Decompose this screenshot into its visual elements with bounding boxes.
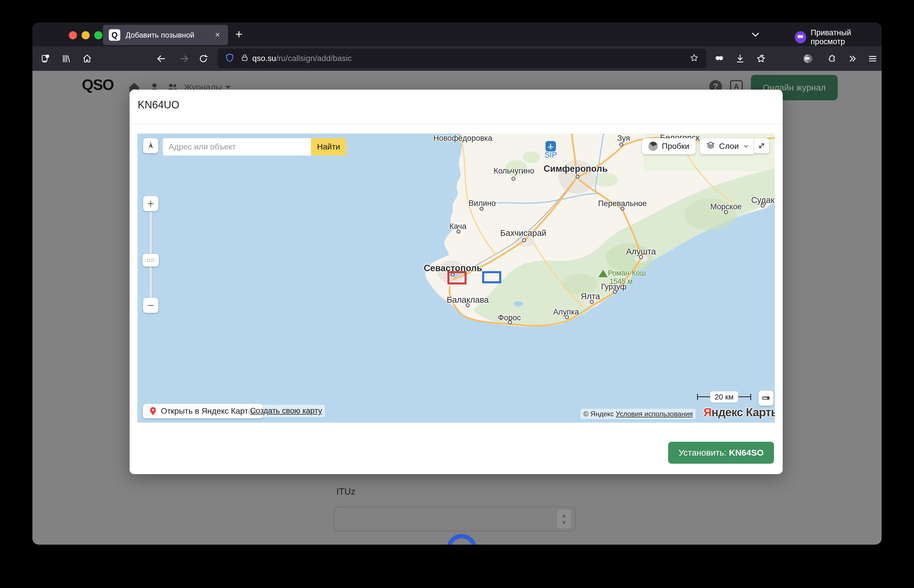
minimize-window-button[interactable] bbox=[82, 31, 90, 39]
map-copyright: © Яндекс Условия использования bbox=[581, 409, 696, 419]
layers-chevron-icon bbox=[743, 143, 749, 149]
url-domain: qso.su bbox=[252, 54, 276, 63]
map-city-label: Кольчугино bbox=[494, 166, 534, 176]
map-search-button[interactable]: Найти bbox=[311, 138, 346, 155]
url-text: qso.su/ru/callsign/add/basic bbox=[252, 54, 352, 63]
peak-elevation-label: 1545 м bbox=[610, 277, 633, 286]
overflow-menu-chevrons-icon[interactable] bbox=[847, 53, 858, 64]
zoom-slider-handle[interactable] bbox=[142, 254, 159, 267]
airport-code-label: SIP bbox=[544, 150, 557, 160]
downloads-button[interactable] bbox=[734, 53, 746, 64]
tab-favicon: Q bbox=[109, 29, 120, 41]
close-window-button[interactable] bbox=[69, 31, 77, 39]
set-callsign-value: KN64SO bbox=[729, 448, 764, 458]
zoom-window-button[interactable] bbox=[94, 31, 102, 39]
yandex-maps-logo[interactable]: Яндекс Карты bbox=[704, 406, 775, 419]
open-in-yandex-label: Открыть в Яндекс Картах bbox=[161, 407, 257, 416]
map-city-marker bbox=[590, 300, 594, 304]
map-city-label: Зуя bbox=[617, 134, 630, 143]
map-scale-label: 20 км bbox=[710, 391, 738, 403]
layers-button[interactable]: Слои bbox=[700, 138, 755, 154]
map-city-marker bbox=[620, 207, 624, 211]
ituz-label: ITUz bbox=[336, 486, 355, 497]
yandex-pin-icon bbox=[149, 407, 157, 415]
active-tab[interactable]: Q Добавить позывной × bbox=[103, 25, 228, 45]
private-browsing-label: Приватный просмотр bbox=[811, 28, 882, 46]
map-city-marker bbox=[565, 315, 569, 319]
map-city-marker bbox=[724, 210, 728, 214]
map-city-label: Морское bbox=[710, 202, 742, 211]
mountain-peak-icon bbox=[599, 270, 608, 277]
map-city-marker bbox=[511, 177, 515, 181]
map-city-label: Симферополь bbox=[544, 164, 607, 174]
map-city-marker bbox=[508, 320, 512, 324]
map-city-label: Бахчисарай bbox=[500, 228, 546, 238]
url-bar[interactable]: qso.su/ru/callsign/add/basic bbox=[217, 48, 706, 68]
tab-close-icon[interactable]: × bbox=[212, 29, 223, 40]
yandex-logo-rest: ндекс Карты bbox=[712, 406, 775, 418]
extensions-puzzle-button[interactable] bbox=[826, 53, 837, 64]
ituz-input[interactable]: ∧∨ bbox=[334, 506, 576, 531]
browser-window: Q Добавить позывной × + Приватный просмо… bbox=[32, 23, 882, 544]
yandex-logo-letter: Я bbox=[704, 406, 712, 418]
ruler-button[interactable] bbox=[759, 391, 773, 405]
tracking-protection-shield-icon[interactable] bbox=[225, 53, 234, 64]
page-content: QSO Журналы ? A Онлайн журнал ITUz ∧∨ KN… bbox=[32, 71, 882, 544]
private-browsing-indicator: Приватный просмотр bbox=[795, 28, 882, 46]
ituz-stepper[interactable]: ∧∨ bbox=[557, 510, 571, 528]
terms-of-use-link[interactable]: Условия использования bbox=[616, 410, 693, 418]
traffic-label: Пробки bbox=[662, 142, 689, 151]
map-city-marker bbox=[761, 204, 765, 208]
url-path: /ru/callsign/add/basic bbox=[276, 54, 352, 63]
modal-title: KN64UO bbox=[138, 99, 180, 111]
map-city-label: Ялта bbox=[581, 292, 600, 301]
bookmarks-menu-button[interactable] bbox=[755, 53, 767, 64]
tab-overflow-chevron-icon[interactable] bbox=[750, 29, 761, 42]
set-callsign-button[interactable]: Установить: KN64SO bbox=[668, 442, 774, 464]
map-search-input[interactable] bbox=[163, 138, 311, 155]
back-button[interactable] bbox=[155, 53, 167, 64]
new-tab-button[interactable]: + bbox=[232, 28, 246, 42]
app-menu-hamburger-button[interactable] bbox=[867, 53, 878, 64]
traffic-button[interactable]: Пробки bbox=[642, 138, 696, 154]
lock-icon[interactable] bbox=[241, 53, 249, 63]
grid-square-blue-selection[interactable] bbox=[482, 271, 501, 283]
map-city-label: Вилино bbox=[469, 199, 496, 208]
private-mask-icon bbox=[795, 31, 806, 44]
peak-name-label: Роман-Кош bbox=[608, 269, 645, 277]
map-city-marker bbox=[456, 229, 461, 234]
library-icon[interactable] bbox=[61, 53, 72, 64]
tab-title: Добавить позывной bbox=[126, 31, 207, 40]
caret-down-icon bbox=[225, 86, 231, 89]
map-city-label: Новофёдоровка bbox=[433, 134, 492, 143]
extension-mask-icon[interactable] bbox=[802, 53, 813, 64]
map-city-marker bbox=[619, 142, 623, 147]
open-in-yandex-maps-button[interactable]: Открыть в Яндекс Картах bbox=[143, 404, 263, 418]
forward-button[interactable] bbox=[179, 53, 190, 64]
map-city-marker bbox=[639, 255, 643, 259]
map-city-marker bbox=[576, 174, 580, 179]
map-city-marker bbox=[613, 290, 617, 294]
fullscreen-button[interactable] bbox=[754, 138, 769, 153]
zoom-in-button[interactable]: + bbox=[143, 196, 158, 211]
modal-header-divider bbox=[129, 124, 783, 124]
bookmark-star-icon[interactable] bbox=[689, 53, 699, 64]
create-own-map-link[interactable]: Создать свою карту bbox=[247, 405, 325, 417]
home-button[interactable] bbox=[82, 53, 92, 64]
layers-icon bbox=[706, 141, 715, 152]
navigation-toolbar: qso.su/ru/callsign/add/basic bbox=[32, 46, 882, 71]
synced-tabs-icon[interactable] bbox=[40, 53, 51, 64]
private-mask-toolbar-icon[interactable] bbox=[714, 53, 725, 64]
yandex-map[interactable]: НовофёдоровкаЗуяБелогорскСимферопольКоль… bbox=[138, 134, 775, 423]
tab-strip: Q Добавить позывной × + Приватный просмо… bbox=[32, 23, 882, 46]
qso-logo: QSO bbox=[82, 76, 114, 94]
grid-square-red-selection[interactable] bbox=[448, 271, 466, 284]
zoom-out-button[interactable]: − bbox=[143, 298, 158, 313]
grid-square-modal: KN64UO bbox=[129, 90, 783, 474]
copyright-text: © Яндекс bbox=[583, 410, 616, 418]
map-city-marker bbox=[466, 303, 470, 307]
reload-button[interactable] bbox=[198, 53, 209, 64]
airport-icon bbox=[545, 141, 556, 152]
map-city-marker bbox=[480, 207, 484, 211]
geolocation-button[interactable] bbox=[143, 138, 158, 153]
